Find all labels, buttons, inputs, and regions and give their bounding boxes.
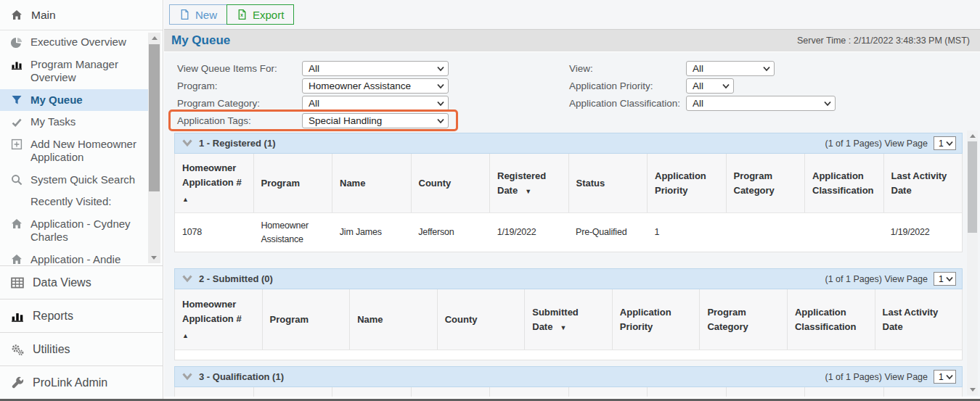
sidebar-item-program-manager-overview[interactable]: Program Manager Overview bbox=[0, 54, 148, 89]
column-header-status[interactable]: Status bbox=[569, 154, 648, 212]
view-page-select[interactable]: 1 bbox=[934, 272, 956, 286]
column-header-col7[interactable] bbox=[727, 387, 806, 397]
column-header-name[interactable]: Name bbox=[332, 154, 412, 212]
sidebar-item-application-andie-anderson[interactable]: Application - Andie Anderson bbox=[0, 249, 148, 266]
column-header-homeowner-application[interactable]: Homeowner Application #▲ bbox=[175, 289, 263, 350]
sidebar-item-label: Reports bbox=[33, 310, 73, 323]
sidebar-item-recently-visited[interactable]: Recently Visited: bbox=[0, 191, 148, 213]
section-header[interactable]: 2 - Submitted (0)(1 of 1 Pages) View Pag… bbox=[174, 268, 963, 289]
export-button[interactable]: x Export bbox=[226, 4, 294, 25]
sidebar-scrollbar[interactable] bbox=[148, 33, 160, 263]
column-header-col9[interactable] bbox=[884, 387, 963, 397]
sidebar-item-system-quick-search[interactable]: System Quick Search bbox=[0, 169, 148, 191]
sidebar-item-label: Application - Cydney Charles bbox=[30, 218, 147, 244]
page-title: My Queue bbox=[171, 33, 230, 48]
column-header-application-classification[interactable]: Application Classification bbox=[788, 289, 875, 350]
blank-icon bbox=[9, 195, 24, 208]
column-header-col6[interactable] bbox=[648, 387, 727, 397]
scroll-down-arrow-icon[interactable] bbox=[970, 388, 976, 392]
content-scrollbar[interactable] bbox=[967, 131, 978, 395]
application-classification-select[interactable]: All bbox=[686, 96, 836, 111]
column-header-last-activity-date[interactable]: Last Activity Date bbox=[875, 289, 963, 350]
section-header[interactable]: 3 - Qualification (1)(1 of 1 Pages) View… bbox=[174, 366, 963, 387]
new-button[interactable]: New bbox=[169, 4, 227, 25]
column-header-col2[interactable] bbox=[332, 387, 412, 397]
content-scrollbar-thumb[interactable] bbox=[968, 141, 977, 233]
sidebar-scrollbar-thumb[interactable] bbox=[149, 44, 160, 191]
pie-chart-icon bbox=[9, 36, 24, 49]
application-tags-select[interactable]: Special Handling bbox=[302, 113, 449, 128]
sidebar-item-label: My Tasks bbox=[30, 115, 75, 129]
queue-section-2-submitted-0: 2 - Submitted (0)(1 of 1 Pages) View Pag… bbox=[174, 268, 963, 360]
sidebar-item-executive-overview[interactable]: Executive Overview bbox=[0, 31, 148, 54]
section-header[interactable]: 1 - Registered (1)(1 of 1 Pages) View Pa… bbox=[174, 133, 963, 154]
sidebar-item-prolink-admin[interactable]: ProLink Admin bbox=[0, 365, 163, 399]
filter-row-view: View:All bbox=[569, 59, 836, 77]
view-page-select[interactable]: 1 bbox=[934, 136, 956, 150]
select-value: All bbox=[693, 80, 703, 91]
queue-sections: 1 - Registered (1)(1 of 1 Pages) View Pa… bbox=[174, 133, 963, 397]
column-header-registered-date[interactable]: Registered Date▼ bbox=[490, 154, 569, 212]
program-select[interactable]: Homeowner Assistance bbox=[302, 78, 449, 94]
column-header-program-category[interactable]: Program Category bbox=[727, 154, 806, 212]
sidebar-item-reports[interactable]: Reports bbox=[0, 299, 163, 332]
column-header-program[interactable]: Program bbox=[263, 289, 351, 350]
scroll-up-arrow-icon[interactable] bbox=[152, 36, 158, 40]
column-header-county[interactable]: County bbox=[412, 154, 491, 212]
column-header-name[interactable]: Name bbox=[350, 289, 438, 350]
sidebar-item-application-cydney-charles[interactable]: Application - Cydney Charles bbox=[0, 213, 148, 249]
sidebar-item-label: Main bbox=[31, 9, 56, 22]
column-header-col1[interactable] bbox=[254, 387, 333, 397]
chevron-down-icon bbox=[437, 83, 444, 89]
column-header-application-classification[interactable]: Application Classification bbox=[805, 154, 884, 212]
scroll-down-arrow-icon[interactable] bbox=[151, 256, 157, 260]
column-header-last-activity-date[interactable]: Last Activity Date bbox=[884, 154, 963, 212]
queue-section-1-registered-1: 1 - Registered (1)(1 of 1 Pages) View Pa… bbox=[174, 133, 963, 252]
column-header-col4[interactable] bbox=[490, 387, 569, 397]
view-select[interactable]: All bbox=[686, 61, 775, 76]
content-area: View Queue Items For:AllProgram:Homeowne… bbox=[164, 52, 980, 397]
sidebar-item-my-queue[interactable]: My Queue bbox=[0, 89, 148, 112]
gears-icon bbox=[9, 343, 25, 356]
sidebar-item-main[interactable]: Main bbox=[0, 0, 163, 30]
column-header-program-category[interactable]: Program Category bbox=[700, 289, 788, 350]
table-icon bbox=[9, 276, 25, 289]
view-page-select[interactable]: 1 bbox=[934, 370, 956, 384]
chevron-down-icon bbox=[182, 139, 192, 147]
table-header-row: Homeowner Application #▲ProgramNameCount… bbox=[175, 289, 962, 350]
column-header-application-priority[interactable]: Application Priority bbox=[613, 289, 701, 350]
column-header-submitted-date[interactable]: Submitted Date▼ bbox=[525, 289, 613, 350]
chevron-down-icon bbox=[437, 118, 444, 124]
column-header-county[interactable]: County bbox=[438, 289, 526, 350]
column-header-col5[interactable] bbox=[569, 387, 648, 397]
column-header-program[interactable]: Program bbox=[254, 154, 333, 212]
column-header-homeowner-application[interactable]: Homeowner Application #▲ bbox=[175, 154, 254, 212]
filter-icon bbox=[9, 94, 24, 107]
column-header-label: Submitted Date▼ bbox=[532, 305, 605, 334]
column-header-col3[interactable] bbox=[412, 387, 491, 397]
scroll-up-arrow-icon[interactable] bbox=[970, 134, 976, 138]
column-header-homeowner-application[interactable]: Homeowner Application # bbox=[175, 387, 254, 397]
toolbar: New x Export bbox=[164, 0, 980, 29]
sidebar-item-data-views[interactable]: Data Views bbox=[0, 265, 163, 299]
pages-text: (1 of 1 Pages) View Page bbox=[825, 372, 928, 382]
section-pagination: (1 of 1 Pages) View Page1 bbox=[825, 136, 956, 150]
page-header: My Queue Server Time : 2/11/2022 3:48:33… bbox=[164, 29, 980, 51]
application-priority-select[interactable]: All bbox=[686, 78, 734, 94]
sidebar-item-add-new-homeowner-application[interactable]: Add New Homeowner Application bbox=[0, 133, 148, 169]
sidebar-item-utilities[interactable]: Utilities bbox=[0, 332, 163, 365]
table-cell: 1/19/2022 bbox=[883, 213, 962, 252]
select-value: Homeowner Assistance bbox=[309, 80, 411, 91]
filter-label: Application Classification: bbox=[569, 98, 686, 109]
table-cell: 1078 bbox=[175, 213, 253, 252]
program-category-select[interactable]: All bbox=[302, 96, 449, 111]
table-cell: Pre-Qualified bbox=[568, 213, 647, 252]
table-row[interactable]: 1078Homeowner AssistanceJim JamesJeffers… bbox=[175, 213, 962, 252]
column-header-col8[interactable] bbox=[805, 387, 884, 397]
sidebar-item-label: ProLink Admin bbox=[33, 376, 107, 389]
sort-desc-icon: ▼ bbox=[560, 324, 566, 331]
column-header-application-priority[interactable]: Application Priority bbox=[648, 154, 727, 212]
plus-square-icon bbox=[9, 138, 24, 151]
sidebar-item-my-tasks[interactable]: My Tasks bbox=[0, 111, 148, 133]
view-queue-items-for-select[interactable]: All bbox=[302, 61, 449, 76]
